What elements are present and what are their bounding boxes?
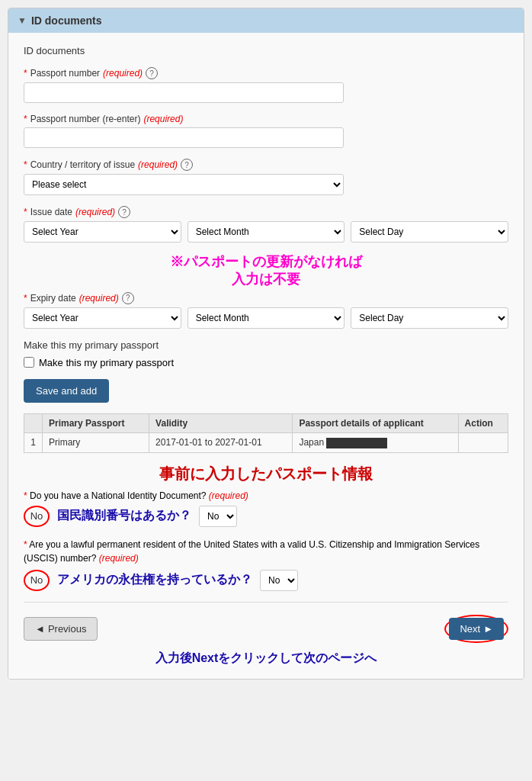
uscis-circle-no: No xyxy=(24,570,50,591)
prev-label: Previous xyxy=(48,623,87,635)
issue-date-group: * Issue date (required) ? Select Year Se… xyxy=(24,206,508,243)
previous-button[interactable]: ◄ Previous xyxy=(24,617,98,641)
table-header-validity: Validity xyxy=(149,413,293,432)
expiry-year-select[interactable]: Select Year xyxy=(24,307,181,329)
passport-reenter-label: * Passport number (re-enter) (required) xyxy=(24,114,508,124)
primary-passport-section: Make this my primary passport Make this … xyxy=(24,339,508,368)
uscis-label: * Are you a lawful permanent resident of… xyxy=(24,538,508,565)
issue-date-label: * Issue date (required) ? xyxy=(24,206,508,218)
uscis-annotation: アメリカの永住権を持っているか？ xyxy=(57,572,252,588)
national-id-section: * Do you have a National Identity Docume… xyxy=(24,490,508,527)
national-id-circle-no: No xyxy=(24,506,50,527)
save-add-button[interactable]: Save and add xyxy=(24,379,109,403)
uscis-row: No アメリカの永住権を持っているか？ No xyxy=(24,570,508,591)
primary-passport-checkbox-row: Make this my primary passport xyxy=(24,357,508,368)
issue-date-row: Select Year Select Month Select Day xyxy=(24,221,508,243)
separator xyxy=(24,602,508,603)
expiry-date-row: Select Year Select Month Select Day xyxy=(24,307,508,329)
section-label: ID documents xyxy=(24,45,508,56)
table-header-applicant: Passport details of applicant xyxy=(293,413,458,432)
passport-table: Primary Passport Validity Passport detai… xyxy=(24,413,508,453)
card-header: ▼ ID documents xyxy=(8,8,524,33)
issue-date-help-icon[interactable]: ? xyxy=(118,206,130,218)
bottom-nav: ◄ Previous Next ► xyxy=(24,610,508,646)
redacted-content xyxy=(326,438,387,448)
table-cell-action xyxy=(458,432,508,452)
national-id-select[interactable]: No xyxy=(199,506,237,527)
expiry-date-label: * Expiry date (required) ? xyxy=(24,292,508,304)
passport-number-label: * Passport number (required) ? xyxy=(24,67,508,79)
next-button[interactable]: Next ► xyxy=(449,618,504,640)
primary-passport-checkbox-label: Make this my primary passport xyxy=(39,357,174,368)
uscis-select[interactable]: No xyxy=(260,570,298,591)
bottom-annotation: 入力後Nextをクリックして次のページへ xyxy=(24,651,508,667)
country-help-icon[interactable]: ? xyxy=(181,159,193,171)
national-id-annotation: 国民識別番号はあるか？ xyxy=(57,508,191,524)
expiry-month-select[interactable]: Select Month xyxy=(187,307,345,329)
table-row: 1 Primary 2017-01-01 to 2027-01-01 Japan xyxy=(24,432,508,452)
country-select[interactable]: Please select xyxy=(24,174,344,195)
uscis-section: * Are you a lawful permanent resident of… xyxy=(24,538,508,591)
next-icon: ► xyxy=(483,623,493,635)
primary-passport-label: Make this my primary passport xyxy=(24,339,508,351)
issue-year-select[interactable]: Select Year xyxy=(24,221,181,243)
primary-passport-checkbox[interactable] xyxy=(24,357,34,368)
table-header-action: Action xyxy=(458,413,508,432)
issue-month-select[interactable]: Select Month xyxy=(187,221,345,243)
next-label: Next xyxy=(460,623,480,635)
expiry-date-group: * Expiry date (required) ? Select Year S… xyxy=(24,292,508,329)
passport-reenter-group: * Passport number (re-enter) (required) xyxy=(24,114,508,148)
table-cell-primary: Primary xyxy=(43,432,149,452)
next-button-circle: Next ► xyxy=(444,615,508,643)
table-cell-applicant: Japan xyxy=(293,432,458,452)
national-id-label: * Do you have a National Identity Docume… xyxy=(24,490,508,501)
prev-icon: ◄ xyxy=(35,623,45,635)
passport-number-help-icon[interactable]: ? xyxy=(146,67,158,79)
national-id-row: No 国民識別番号はあるか？ No xyxy=(24,506,508,527)
table-header-num xyxy=(24,413,43,432)
table-cell-num: 1 xyxy=(24,432,43,452)
passport-annotation: ※パスポートの更新がなければ入力は不要 xyxy=(24,253,508,289)
passport-reenter-input[interactable] xyxy=(24,127,344,148)
country-label: * Country / territory of issue (required… xyxy=(24,159,508,171)
collapse-icon[interactable]: ▼ xyxy=(18,15,27,26)
passport-number-group: * Passport number (required) ? xyxy=(24,67,508,103)
expiry-day-select[interactable]: Select Day xyxy=(351,307,508,329)
expiry-date-help-icon[interactable]: ? xyxy=(122,292,134,304)
issue-day-select[interactable]: Select Day xyxy=(351,221,508,243)
table-header-primary: Primary Passport xyxy=(43,413,149,432)
passport-info-annotation: 事前に入力したパスポート情報 xyxy=(24,464,508,484)
passport-number-input[interactable] xyxy=(24,82,344,103)
country-group: * Country / territory of issue (required… xyxy=(24,159,508,195)
table-cell-validity: 2017-01-01 to 2027-01-01 xyxy=(149,432,293,452)
section-title: ID documents xyxy=(31,14,102,27)
